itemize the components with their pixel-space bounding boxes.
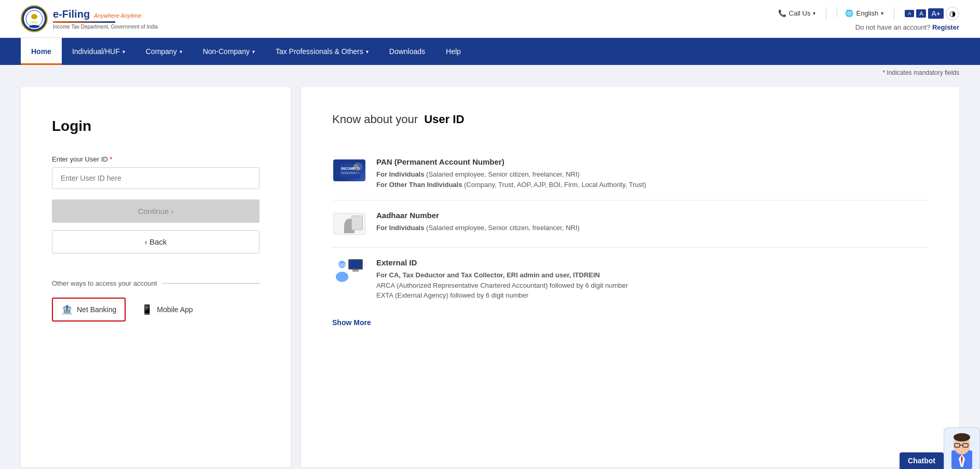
svg-rect-13 xyxy=(352,270,359,272)
mobile-app-option[interactable]: 📱 Mobile App xyxy=(141,298,193,321)
contrast-button[interactable]: ◑ xyxy=(946,7,959,20)
svg-point-3 xyxy=(31,14,37,19)
svg-rect-12 xyxy=(349,260,362,269)
bank-icon: 🏦 xyxy=(61,304,73,315)
svg-text:INDIA: INDIA xyxy=(31,21,38,24)
pan-card-icon: INCOME TAX PERMANENT ACCOUNT xyxy=(333,159,365,181)
call-us-button[interactable]: 📞 Call Us ▾ xyxy=(778,9,816,17)
external-svg xyxy=(334,258,365,284)
chatbot-avatar xyxy=(944,427,980,469)
info-panel: Know about your User ID INCOME TAX PERMA… xyxy=(301,87,959,467)
divider xyxy=(826,7,826,20)
pan-info-content: PAN (Permanent Account Number) For Indiv… xyxy=(376,157,646,190)
company-chevron-icon: ▾ xyxy=(180,49,182,55)
nav-bar: Home Individual/HUF ▾ Company ▾ Non-Comp… xyxy=(0,38,980,65)
page-header: INDIA e-Filing Anywhere Anytime Income T… xyxy=(0,0,980,38)
logo-text: e-Filing Anywhere Anytime Income Tax Dep… xyxy=(53,8,158,30)
user-id-label: Enter your User ID * xyxy=(52,155,260,163)
know-title: Know about your User ID xyxy=(332,113,928,126)
other-ways-section: Other ways to access your account 🏦 Net … xyxy=(52,279,260,321)
nav-item-individual[interactable]: Individual/HUF ▾ xyxy=(62,38,135,65)
nav-item-noncompany[interactable]: Non-Company ▾ xyxy=(193,38,265,65)
nav-item-downloads[interactable]: Downloads xyxy=(379,38,435,65)
mandatory-note: * Indicates mandatory fields xyxy=(0,65,980,76)
chatbot-label[interactable]: Chatbot xyxy=(900,452,944,469)
noncompany-chevron-icon: ▾ xyxy=(252,49,255,55)
divider2 xyxy=(894,7,894,20)
svg-point-24 xyxy=(954,433,970,441)
info-item-external: External ID For CA, Tax Deductor and Tax… xyxy=(332,248,928,311)
external-heading: External ID xyxy=(376,258,628,267)
taxprofessionals-chevron-icon: ▾ xyxy=(366,49,369,55)
continue-button[interactable]: Continue › xyxy=(52,199,260,223)
header-right: 📞 Call Us ▾ 🌐 English ▾ A A A+ ◑ Do not … xyxy=(778,7,959,31)
pan-heading: PAN (Permanent Account Number) xyxy=(376,157,646,166)
aadhaar-heading: Aadhaar Number xyxy=(376,211,580,220)
svg-rect-7 xyxy=(340,164,359,177)
info-item-pan: INCOME TAX PERMANENT ACCOUNT PAN (Perman… xyxy=(332,147,928,200)
login-title: Login xyxy=(52,118,260,135)
main-content: Login Enter your User ID * Continue › ‹ … xyxy=(0,76,980,469)
register-link[interactable]: Register xyxy=(932,23,959,31)
external-info-content: External ID For CA, Tax Deductor and Tax… xyxy=(376,258,628,301)
aadhaar-icon xyxy=(333,213,365,235)
register-section: Do not have an account? Register xyxy=(855,23,959,31)
chatbot-widget[interactable]: Chatbot xyxy=(900,427,980,469)
svg-point-15 xyxy=(336,272,348,282)
font-size-controls: A A A+ ◑ xyxy=(905,7,959,20)
chatbot-avatar-svg xyxy=(946,432,977,469)
font-medium-button[interactable]: A xyxy=(916,9,926,18)
pan-card-svg: INCOME TAX PERMANENT ACCOUNT xyxy=(339,163,360,178)
font-large-button[interactable]: A+ xyxy=(928,8,944,19)
call-chevron-icon: ▾ xyxy=(813,10,815,16)
pan-icon-box: INCOME TAX PERMANENT ACCOUNT xyxy=(332,157,366,183)
svg-text:INCOME TAX: INCOME TAX xyxy=(341,167,360,170)
required-asterisk: * xyxy=(110,155,112,163)
external-id-icon xyxy=(333,258,365,284)
info-item-aadhaar: Aadhaar Number For Individuals (Salaried… xyxy=(332,200,928,248)
aadhaar-info-content: Aadhaar Number For Individuals (Salaried… xyxy=(376,211,580,233)
nav-item-help[interactable]: Help xyxy=(435,38,471,65)
pan-desc: For Individuals (Salaried employee, Seni… xyxy=(376,169,646,190)
nav-item-company[interactable]: Company ▾ xyxy=(135,38,193,65)
user-id-input[interactable] xyxy=(52,167,260,189)
login-panel: Login Enter your User ID * Continue › ‹ … xyxy=(21,87,291,467)
nav-item-home[interactable]: Home xyxy=(21,38,62,65)
aadhaar-doc-shape xyxy=(351,216,363,230)
efiling-logo: e-Filing Anywhere Anytime xyxy=(53,8,158,20)
aadhaar-icon-box xyxy=(332,211,366,237)
phone-icon: 📞 xyxy=(778,9,786,17)
external-desc: For CA, Tax Deductor and Tax Collector, … xyxy=(376,270,628,301)
logo-subtitle: Income Tax Department, Government of Ind… xyxy=(53,24,158,30)
header-top-links: 📞 Call Us ▾ 🌐 English ▾ A A A+ ◑ xyxy=(778,7,959,20)
back-button[interactable]: ‹ Back xyxy=(52,230,260,253)
access-options: 🏦 Net Banking 📱 Mobile App xyxy=(52,298,260,321)
other-ways-title: Other ways to access your account xyxy=(52,279,260,287)
logo-underline xyxy=(53,21,115,23)
logo-area: INDIA e-Filing Anywhere Anytime Income T… xyxy=(21,5,158,32)
language-button[interactable]: 🌐 English ▾ xyxy=(837,9,883,17)
lang-chevron-icon: ▾ xyxy=(881,10,883,16)
font-small-button[interactable]: A xyxy=(905,10,914,17)
mobile-icon: 📱 xyxy=(141,304,153,315)
globe-icon: 🌐 xyxy=(845,9,853,17)
emblem-icon: INDIA xyxy=(21,5,48,32)
external-icon-box xyxy=(332,258,366,284)
svg-point-10 xyxy=(353,164,358,169)
svg-text:PERMANENT ACCOUNT: PERMANENT ACCOUNT xyxy=(341,171,360,175)
net-banking-option[interactable]: 🏦 Net Banking xyxy=(52,298,126,321)
show-more-link[interactable]: Show More xyxy=(332,318,371,327)
individual-chevron-icon: ▾ xyxy=(122,49,125,55)
aadhaar-desc: For Individuals (Salaried employee, Seni… xyxy=(376,223,580,233)
svg-point-5 xyxy=(29,25,39,28)
nav-item-taxprofessionals[interactable]: Tax Professionals & Others ▾ xyxy=(265,38,379,65)
